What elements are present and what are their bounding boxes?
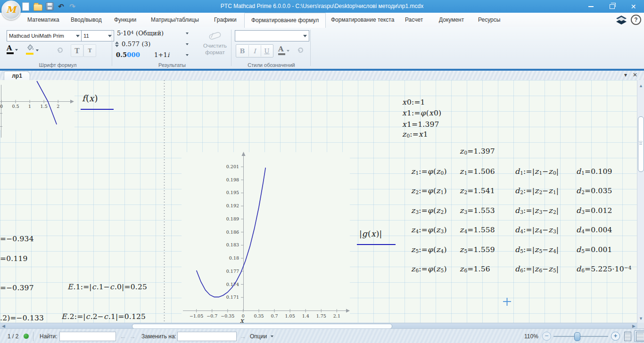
vertical-scrollbar[interactable]: ▲ ▼ (637, 80, 644, 328)
math-region[interactable]: d5=0.001 (576, 245, 612, 254)
tab-matematika[interactable]: Математика (21, 13, 66, 27)
math-region[interactable]: z3=1.553 (460, 206, 495, 215)
clear-format-button[interactable]: Очистить формат (200, 30, 230, 56)
increase-math-font-button[interactable]: T (71, 44, 83, 57)
zoom-slider[interactable] (553, 336, 608, 337)
math-region[interactable]: z5:=φ(z4) (411, 245, 447, 254)
tab-grafiki[interactable]: Графики (207, 13, 243, 27)
restore-button[interactable] (602, 0, 623, 13)
plot-g-of-x[interactable]: −1.05−0.7−0.3500.350.71.051.41.752.10.17… (182, 152, 350, 323)
math-region[interactable]: d1:=|z1−z0| (515, 167, 559, 176)
vertical-scrollbar-thumb[interactable] (638, 116, 644, 172)
find-previous-icon[interactable]: ← (120, 329, 126, 343)
tab-funkcii[interactable]: Функции (107, 13, 143, 27)
math-region[interactable]: d6=5.225·10−4 (576, 265, 632, 273)
tab-formatirovanie-formul[interactable]: Форматирование формул (244, 13, 326, 28)
tab-resursy[interactable]: Ресурсы (471, 13, 507, 27)
zoom-slider-thumb[interactable] (574, 332, 580, 341)
math-region[interactable]: x1:=φ(x0) (402, 109, 441, 117)
underline-button[interactable]: U (261, 45, 273, 57)
tab-vvod-vyvod[interactable]: Ввод/вывод (64, 13, 108, 27)
label-style-combo[interactable] (235, 30, 309, 41)
scroll-up-icon[interactable]: ▲ (639, 84, 643, 88)
math-region-clipped[interactable]: =−0.934 (0, 235, 34, 243)
tab-dokument[interactable]: Документ (432, 13, 471, 27)
replace-go-icon[interactable]: → (239, 329, 246, 343)
find-options-button[interactable]: Опции (250, 329, 273, 343)
math-region[interactable]: z2=1.541 (460, 187, 495, 195)
math-region-clipped[interactable]: =−0.397 (0, 284, 34, 292)
worksheet[interactable]: 00.511.52 −1.05−0.7−0.3500.350.71.051.41… (0, 80, 637, 323)
math-region[interactable]: z6:=φ(z5) (411, 265, 447, 273)
scroll-right-icon[interactable]: ▶ (632, 324, 636, 328)
math-region[interactable]: z5=1.559 (460, 245, 495, 254)
math-region[interactable]: E.2:=|c.2−c.1|=0.125 (61, 312, 146, 321)
plot-f-of-x[interactable]: 00.511.52 (0, 80, 74, 138)
document-tab-lr1[interactable]: лр1 (4, 71, 30, 81)
minimize-button[interactable] (580, 0, 602, 13)
find-next-icon[interactable]: → (129, 329, 136, 343)
scroll-down-icon[interactable]: ▼ (639, 317, 643, 321)
math-region[interactable]: x0:=1 (402, 98, 425, 106)
math-region[interactable]: x1=1.397 (402, 120, 439, 129)
math-region[interactable]: z0=1.397 (460, 147, 495, 155)
math-region[interactable]: d5:=|z5−z4| (515, 245, 559, 254)
math-region[interactable]: d3=0.012 (576, 206, 612, 215)
community-layers-icon[interactable] (616, 15, 627, 24)
math-region[interactable]: d3:=|z3−z2| (515, 206, 559, 215)
math-region[interactable]: d1=0.109 (576, 167, 612, 176)
tab-formatirovanie-teksta[interactable]: Форматирование текста (324, 13, 401, 27)
math-region[interactable]: z3:=φ(z2) (411, 206, 447, 215)
tab-matricy-tablicy[interactable]: Матрицы/таблицы (144, 13, 206, 27)
page-view-button[interactable] (622, 331, 633, 342)
bold-button[interactable]: B (237, 45, 249, 57)
svg-text:0.186: 0.186 (226, 229, 239, 235)
plot2-ylabel[interactable]: |g(x)| (359, 229, 382, 238)
tab-list-caret-icon[interactable]: ▾ (624, 72, 627, 78)
mathcad-logo[interactable]: M (1, 0, 21, 20)
math-region-clipped[interactable]: =0.119 (0, 254, 28, 263)
result-precision-dropdown[interactable]: 0.577 (3) (115, 41, 189, 48)
math-region[interactable]: d6:=|z6−z5| (515, 265, 559, 273)
font-color-button[interactable]: A (7, 45, 18, 54)
math-region[interactable]: z2:=φ(z1) (411, 187, 447, 195)
highlight-color-button[interactable] (26, 44, 39, 55)
math-region[interactable]: d2=0.035 (576, 187, 612, 195)
refresh-labels-icon[interactable] (296, 46, 305, 55)
close-button[interactable]: ✕ (623, 0, 644, 13)
refresh-font-icon[interactable] (56, 46, 65, 55)
precision-spinner[interactable] (115, 41, 119, 47)
result-format-dropdown[interactable]: 5·104 (Общий) (117, 30, 189, 37)
zeros-black: 0.5 (116, 51, 127, 58)
math-region[interactable]: d2:=|z2−z1| (515, 187, 559, 195)
replace-input[interactable] (177, 332, 237, 341)
draft-view-button[interactable] (634, 330, 644, 342)
math-region[interactable]: d4:=|z4−z3| (515, 226, 559, 234)
math-region[interactable]: d4=0.004 (576, 226, 612, 234)
result-trailing-zeros-dropdown[interactable]: 0.5000 1+1i (116, 51, 189, 58)
math-region[interactable]: z0:=x1 (402, 130, 428, 139)
plot2-xlabel[interactable]: x (240, 317, 244, 323)
math-region[interactable]: z4=1.558 (460, 226, 495, 234)
zoom-out-button[interactable]: − (542, 332, 551, 341)
math-region[interactable]: z4:=φ(z3) (411, 226, 447, 234)
math-region[interactable]: z1:=φ(z0) (411, 167, 447, 176)
plot1-ylabel[interactable]: f(x) (82, 93, 98, 103)
replace-label: Заменить на: (141, 329, 176, 343)
label-color-button[interactable]: A (278, 46, 289, 55)
italic-button[interactable]: I (249, 45, 261, 57)
find-input[interactable] (59, 332, 116, 341)
scroll-left-icon[interactable]: ◀ (2, 324, 5, 328)
formula-font-combo[interactable]: Mathcad UniMath Prim (7, 30, 82, 41)
help-icon[interactable]: ? (631, 15, 641, 25)
math-region-clipped[interactable]: .2)=−0.133 (0, 314, 44, 322)
math-region[interactable]: z6=1.56 (460, 265, 490, 273)
math-region[interactable]: E.1:=|c.1−c.0|=0.25 (67, 283, 147, 291)
formula-font-size-combo[interactable]: 11 (81, 30, 114, 41)
zoom-in-button[interactable]: + (611, 332, 620, 341)
tab-close-icon[interactable]: ✕ (633, 72, 637, 78)
math-region[interactable]: z1=1.506 (460, 167, 495, 176)
decrease-math-font-button[interactable]: T (83, 44, 96, 57)
tab-raschet[interactable]: Расчет (398, 13, 429, 27)
svg-text:0.195: 0.195 (226, 190, 239, 195)
